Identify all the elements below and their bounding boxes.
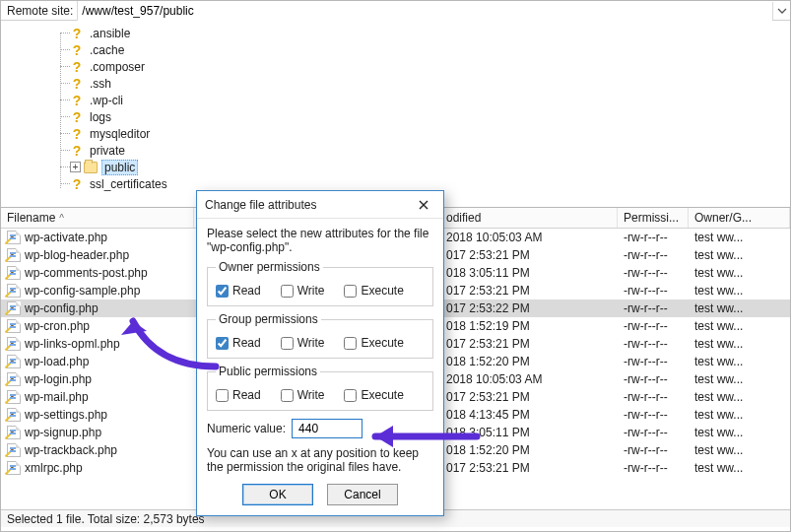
owner-execute-label[interactable]: Execute — [344, 284, 403, 298]
tree-expander-icon[interactable]: + — [70, 162, 81, 172]
numeric-value-input[interactable] — [292, 419, 363, 438]
file-modified: 2018 10:05:03 AM — [440, 231, 618, 244]
file-modified: 017 2:53:21 PM — [440, 248, 618, 262]
tree-item-label: .composer — [88, 60, 147, 74]
tree-item[interactable]: ?logs — [70, 108, 169, 125]
tree-item-label: private — [88, 144, 127, 158]
file-name: wp-comments-post.php — [25, 266, 148, 280]
public-execute-checkbox[interactable] — [344, 389, 357, 402]
file-modified: 017 2:53:21 PM — [440, 284, 618, 298]
unknown-folder-icon: ? — [70, 111, 84, 123]
tree-item[interactable]: ?.cache — [70, 41, 169, 58]
php-file-icon — [7, 443, 21, 457]
file-permissions: -rw-r--r-- — [618, 355, 689, 368]
tree-item-label: .ansible — [88, 27, 132, 40]
php-file-icon — [7, 248, 21, 262]
file-name: wp-load.php — [25, 355, 89, 368]
group-execute-checkbox[interactable] — [344, 337, 357, 350]
file-owner: test ww... — [689, 408, 790, 422]
file-name: wp-settings.php — [25, 408, 107, 422]
column-header-modified[interactable]: odified — [440, 208, 618, 228]
column-header-permissions[interactable]: Permissi... — [618, 208, 689, 228]
file-name: xmlrpc.php — [25, 461, 83, 475]
public-write-checkbox[interactable] — [281, 389, 294, 402]
tree-item[interactable]: +public — [70, 159, 169, 175]
php-file-icon — [7, 390, 21, 404]
php-file-icon — [7, 408, 21, 422]
unknown-folder-icon: ? — [70, 44, 84, 56]
group-write-label[interactable]: Write — [281, 336, 325, 350]
column-header-owner[interactable]: Owner/G... — [689, 208, 790, 228]
group-permissions-group: Group permissions Read Write Execute — [207, 312, 433, 359]
tree-item[interactable]: ?.composer — [70, 58, 169, 75]
sort-indicator-icon: ^ — [59, 213, 64, 224]
file-name: wp-trackback.php — [25, 443, 117, 457]
unknown-folder-icon: ? — [70, 145, 84, 157]
cancel-button[interactable]: Cancel — [327, 484, 398, 505]
php-file-icon — [7, 284, 21, 298]
file-permissions: -rw-r--r-- — [618, 231, 689, 244]
change-attributes-dialog: Change file attributes Please select the… — [196, 190, 444, 516]
file-owner: test ww... — [689, 355, 790, 368]
remote-site-input[interactable] — [77, 1, 772, 21]
file-owner: test ww... — [689, 443, 790, 457]
ok-button[interactable]: OK — [242, 484, 313, 505]
public-read-label[interactable]: Read — [216, 388, 261, 402]
owner-permissions-group: Owner permissions Read Write Execute — [207, 260, 433, 306]
php-file-icon — [7, 337, 21, 351]
tree-item[interactable]: ?.wp-cli — [70, 92, 169, 108]
group-read-label[interactable]: Read — [216, 336, 261, 350]
tree-item[interactable]: ?private — [70, 142, 169, 159]
public-read-checkbox[interactable] — [216, 389, 229, 402]
remote-tree-pane: ?.ansible?.cache?.composer?.ssh?.wp-cli?… — [1, 21, 790, 208]
owner-write-checkbox[interactable] — [281, 285, 294, 298]
tree-item-label: .wp-cli — [88, 94, 125, 107]
owner-write-label[interactable]: Write — [281, 284, 325, 298]
file-name: wp-mail.php — [25, 390, 89, 404]
app-root: Remote site: ?.ansible?.cache?.composer?… — [0, 0, 791, 532]
file-permissions: -rw-r--r-- — [618, 390, 689, 404]
file-permissions: -rw-r--r-- — [618, 372, 689, 386]
tree-item-label: public — [101, 160, 138, 175]
public-write-label[interactable]: Write — [281, 388, 325, 402]
tree-item[interactable]: ?.ssh — [70, 75, 169, 92]
public-permissions-legend: Public permissions — [216, 365, 320, 378]
file-owner: test ww... — [689, 319, 790, 333]
group-execute-label[interactable]: Execute — [344, 336, 403, 350]
file-permissions: -rw-r--r-- — [618, 266, 689, 280]
tree-item[interactable]: ?.ansible — [70, 25, 169, 41]
file-permissions: -rw-r--r-- — [618, 284, 689, 298]
dialog-hint: You can use an x at any position to keep… — [207, 446, 433, 474]
remote-site-dropdown-icon[interactable] — [772, 2, 790, 20]
file-owner: test ww... — [689, 390, 790, 404]
remote-site-bar: Remote site: — [1, 1, 790, 21]
file-owner: test ww... — [689, 248, 790, 262]
php-file-icon — [7, 319, 21, 333]
file-owner: test ww... — [689, 231, 790, 244]
owner-read-label[interactable]: Read — [216, 284, 261, 298]
column-header-filename[interactable]: Filename^ — [1, 208, 194, 228]
php-file-icon — [7, 461, 21, 475]
file-name: wp-config-sample.php — [25, 284, 140, 298]
file-modified: 017 2:53:21 PM — [440, 337, 618, 351]
tree-item[interactable]: ?mysqleditor — [70, 125, 169, 142]
unknown-folder-icon: ? — [70, 95, 84, 106]
unknown-folder-icon: ? — [70, 128, 84, 140]
status-text: Selected 1 file. Total size: 2,573 bytes — [7, 512, 205, 526]
dialog-titlebar[interactable]: Change file attributes — [197, 191, 443, 219]
php-file-icon — [7, 426, 21, 439]
group-write-checkbox[interactable] — [281, 337, 294, 350]
dialog-close-button[interactable] — [412, 194, 435, 216]
file-owner: test ww... — [689, 284, 790, 298]
public-execute-label[interactable]: Execute — [344, 388, 403, 402]
file-permissions: -rw-r--r-- — [618, 248, 689, 262]
group-read-checkbox[interactable] — [216, 337, 229, 350]
owner-read-checkbox[interactable] — [216, 285, 229, 298]
tree-item-label: mysqleditor — [88, 127, 152, 141]
folder-icon — [84, 162, 98, 173]
owner-execute-checkbox[interactable] — [344, 285, 357, 298]
unknown-folder-icon: ? — [70, 178, 84, 190]
tree-item[interactable]: ?ssl_certificates — [70, 175, 169, 192]
file-permissions: -rw-r--r-- — [618, 301, 689, 315]
file-name: wp-signup.php — [25, 426, 101, 439]
